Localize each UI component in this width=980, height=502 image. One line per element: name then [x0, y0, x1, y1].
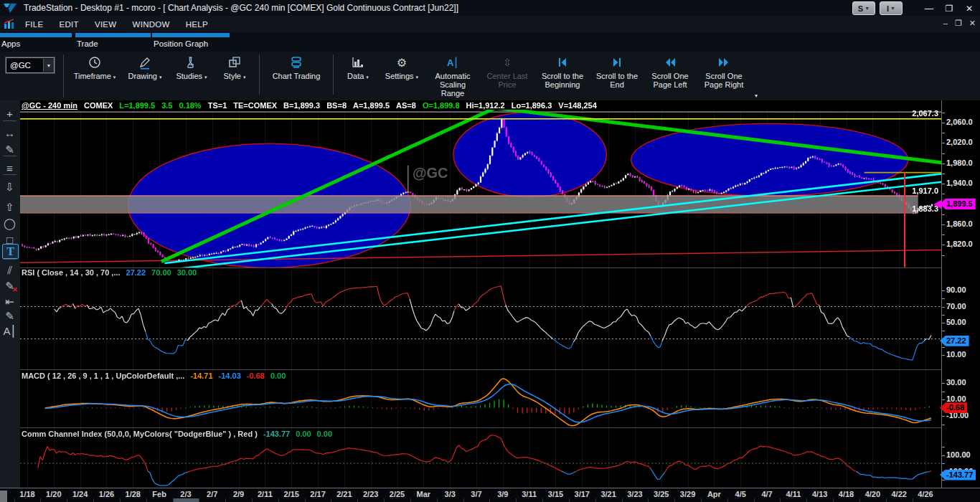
date-label: 2/9 — [233, 490, 244, 498]
date-label: 1/20 — [46, 490, 61, 498]
close-button[interactable]: ✕ — [961, 4, 977, 14]
tab-position-graph[interactable]: Position Graph — [152, 33, 230, 51]
menu-item-window[interactable]: WINDOW — [125, 20, 178, 29]
date-label: 3/17 — [575, 490, 590, 498]
pointer-tool[interactable]: ↔ — [0, 125, 19, 141]
date-label: 3/9 — [497, 490, 508, 498]
date-label: 3/11 — [522, 490, 537, 498]
clock-icon — [88, 55, 102, 70]
tradestation-window: TradeStation - Desktop #1 - mcoro - [ Ch… — [0, 0, 980, 502]
axis-label: 70.00 — [946, 302, 966, 311]
scroll-one-page-left-button[interactable]: Scroll One Page Left — [644, 52, 697, 89]
menu-item-file[interactable]: FILE — [17, 20, 52, 29]
child-restore-button[interactable]: ❐ — [955, 19, 962, 28]
date-label: 2/17 — [310, 490, 325, 498]
menu-bar: FILEEDITVIEWWINDOWHELP ‒ ❐ ✕ — [0, 16, 980, 32]
arrow-up-tool[interactable]: ⇧ — [0, 199, 19, 215]
cci-value-badge: -143.77 — [940, 470, 976, 480]
zone-top-label: 1,917.0 — [895, 186, 938, 195]
dropdown-caret-icon: ▾ — [243, 75, 246, 80]
dropdown-caret-icon: ▾ — [159, 75, 162, 80]
date-label: 2/3 — [180, 490, 191, 498]
date-label: 2/7 — [207, 490, 217, 498]
drawing-toolbar: +↔✎≡⇩⇧◯□T⫽✎✕⇤✎A⎮ — [0, 100, 21, 488]
date-label: 2/21 — [336, 490, 352, 498]
dropdown-caret-icon: ▾ — [113, 75, 116, 80]
date-label: 4/18 — [839, 490, 854, 498]
style-icon — [227, 55, 242, 70]
restore-button[interactable]: ❐ — [941, 4, 957, 14]
crosshair-tool[interactable]: + — [0, 105, 19, 121]
pen-tool[interactable]: ✎ — [0, 308, 19, 324]
chart-window-icon — [3, 19, 17, 30]
tab-trade[interactable]: Trade — [75, 33, 151, 51]
date-label: 1/28 — [126, 490, 141, 498]
date-label: 2/11 — [258, 490, 273, 498]
symbol-input[interactable]: @GC ▼ — [6, 57, 55, 73]
ellipse-tool[interactable]: ◯ — [0, 216, 19, 232]
axis-label: 2,060.0 — [946, 118, 973, 126]
chart-trading-button[interactable]: Chart Trading — [264, 52, 329, 80]
date-label: 2/25 — [390, 490, 405, 498]
settings-button[interactable]: ⚙Settings▾ — [378, 52, 425, 82]
date-label: 4/11 — [786, 490, 801, 498]
minimize-button[interactable]: — — [921, 4, 937, 14]
cci-label: Comm Channel Index (50,0,0, MyColors( "D… — [22, 430, 338, 438]
scroll-begin-icon — [555, 55, 570, 70]
center-price-icon: ⇳ — [503, 55, 512, 70]
axis-label: 1,980.0 — [946, 158, 973, 167]
gear-icon: ⚙ — [397, 55, 407, 70]
date-label: 3/15 — [548, 490, 563, 498]
horizontal-lines-tool[interactable]: ≡ — [0, 160, 19, 176]
dropdown-caret-icon: ▾ — [416, 75, 419, 80]
axis-label: 2,020.0 — [946, 138, 973, 146]
price-axis[interactable]: 2,060.02,020.01,980.01,940.01,860.01,820… — [941, 100, 980, 488]
center-last-price-button: ⇳Center Last Price — [480, 52, 534, 89]
studies-button[interactable]: Studies▾ — [169, 52, 215, 82]
date-label: 3/3 — [445, 490, 456, 498]
date-label: Mar — [417, 490, 431, 498]
page-left-icon — [663, 55, 677, 70]
dropdown-caret-icon: ▾ — [204, 75, 207, 80]
date-axis[interactable]: 1/181/201/241/261/28Feb2/32/72/92/112/15… — [0, 488, 980, 502]
symbol-dropdown-icon[interactable]: ▼ — [43, 59, 54, 72]
drawing-button[interactable]: Drawing▾ — [121, 52, 169, 82]
timeframe-button[interactable]: Timeframe▾ — [68, 52, 121, 82]
red-x-icon: ✕ — [12, 286, 18, 293]
date-label: 4/20 — [865, 490, 880, 498]
text-tool[interactable]: T — [2, 244, 19, 259]
scroll-one-page-right-button[interactable]: Scroll One Page Right — [697, 52, 751, 89]
parallel-lines-tool[interactable]: ⫽ — [0, 262, 19, 278]
style-button[interactable]: Style▾ — [215, 52, 255, 82]
scroll-to-the-beginning-button[interactable]: Scroll to the Beginning — [534, 52, 590, 89]
menu-item-view[interactable]: VIEW — [87, 20, 125, 29]
arrow-down-tool[interactable]: ⇩ — [0, 179, 19, 195]
date-label: Feb — [152, 490, 166, 498]
scroll-end-icon — [610, 55, 624, 70]
indicator-button[interactable]: I▼ — [880, 1, 903, 15]
rsi-value-badge: 27.22 — [940, 336, 969, 346]
axis-label: 1,820.0 — [946, 240, 973, 248]
axis-label: 30.00 — [946, 378, 966, 387]
data-button[interactable]: Data▾ — [338, 52, 378, 82]
date-label: 1/24 — [72, 490, 88, 498]
macd-value-badge: -0.68 — [940, 402, 967, 413]
date-label: 3/23 — [627, 490, 642, 498]
toolbar-overflow-caret[interactable]: ▾ — [755, 93, 758, 99]
menu-item-help[interactable]: HELP — [178, 20, 216, 29]
scroll-to-the-end-button[interactable]: Scroll to the End — [590, 52, 644, 89]
child-close-button[interactable]: ✕ — [969, 19, 976, 28]
date-label: 4/5 — [735, 490, 746, 498]
autoscale-tool[interactable]: A⎮ — [0, 323, 19, 339]
child-minimize-button[interactable]: ‒ — [943, 19, 948, 28]
menu-item-edit[interactable]: EDIT — [52, 20, 87, 29]
date-label: 1/26 — [99, 490, 114, 498]
date-label: 2/23 — [363, 490, 378, 498]
strategy-button[interactable]: S▼ — [852, 1, 875, 15]
resize-grip — [0, 491, 7, 502]
tab-apps[interactable]: Apps — [0, 33, 72, 51]
snap-tool[interactable]: ⇤ — [0, 294, 19, 310]
axis-label: 50.00 — [946, 318, 966, 326]
automatic-scaling-range-button[interactable]: A⎮Automatic Scaling Range — [425, 52, 480, 98]
date-label: 4/22 — [891, 490, 906, 498]
